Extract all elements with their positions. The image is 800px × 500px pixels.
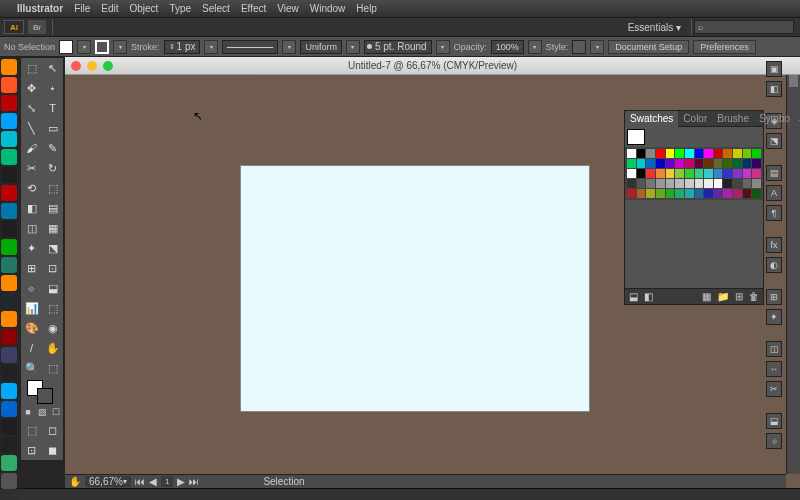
tool-14[interactable]: ◧ xyxy=(21,198,42,218)
swatch-41[interactable] xyxy=(752,169,761,178)
swatch-8[interactable] xyxy=(704,149,713,158)
panel-icon-7[interactable]: A xyxy=(766,185,782,201)
panel-icon-6[interactable]: ▤ xyxy=(766,165,782,181)
menu-effect[interactable]: Effect xyxy=(241,3,266,14)
swatch-kind-icon[interactable]: ◧ xyxy=(644,291,653,302)
panel-collapse-icon[interactable]: » xyxy=(795,113,800,124)
scroll-thumb[interactable] xyxy=(789,75,798,87)
artboard[interactable] xyxy=(240,165,590,412)
dock-app-15[interactable] xyxy=(1,329,17,345)
color-mode-1[interactable]: ▨ xyxy=(35,404,49,420)
dock-app-23[interactable] xyxy=(1,473,17,489)
swatch-11[interactable] xyxy=(733,149,742,158)
swatch-54[interactable] xyxy=(743,179,752,188)
menu-help[interactable]: Help xyxy=(356,3,377,14)
swatch-28[interactable] xyxy=(627,169,636,178)
dock-app-22[interactable] xyxy=(1,455,17,471)
color-mode-2[interactable]: ☐ xyxy=(49,404,63,420)
panel-icon-10[interactable]: fx xyxy=(766,237,782,253)
tool-29[interactable]: ✋ xyxy=(42,338,63,358)
search-input[interactable]: ⌕ xyxy=(694,20,794,34)
panel-icon-0[interactable]: ▣ xyxy=(766,61,782,77)
swatch-12[interactable] xyxy=(743,149,752,158)
swatch-25[interactable] xyxy=(733,159,742,168)
nav-next-icon[interactable]: ▶ xyxy=(177,476,185,487)
swatch-60[interactable] xyxy=(666,189,675,198)
swatch-52[interactable] xyxy=(723,179,732,188)
panel-icon-20[interactable]: ⬓ xyxy=(766,413,782,429)
dock-app-9[interactable] xyxy=(1,221,17,237)
nav-last-icon[interactable]: ⏭ xyxy=(189,476,199,487)
swatch-34[interactable] xyxy=(685,169,694,178)
swatch-49[interactable] xyxy=(695,179,704,188)
style-swatch[interactable] xyxy=(572,40,586,54)
fill-dropdown[interactable]: ▾ xyxy=(77,40,91,54)
swatch-50[interactable] xyxy=(704,179,713,188)
zoom-field[interactable]: 66,67% ▾ xyxy=(85,476,131,487)
tool-20[interactable]: ⊞ xyxy=(21,258,42,278)
swatch-68[interactable] xyxy=(743,189,752,198)
screen-mode-3[interactable]: ◼ xyxy=(42,440,63,460)
tool-31[interactable]: ⬚ xyxy=(42,358,63,378)
tool-10[interactable]: ✂ xyxy=(21,158,42,178)
screen-mode-0[interactable]: ⬚ xyxy=(21,420,42,440)
tab-swatches[interactable]: Swatches xyxy=(625,111,678,127)
screen-mode-1[interactable]: ◻ xyxy=(42,420,63,440)
dock-app-13[interactable] xyxy=(1,293,17,309)
tool-28[interactable]: / xyxy=(21,338,42,358)
swatch-48[interactable] xyxy=(685,179,694,188)
document-setup-button[interactable]: Document Setup xyxy=(608,40,689,54)
swatch-42[interactable] xyxy=(627,179,636,188)
swatch-3[interactable] xyxy=(656,149,665,158)
swatch-62[interactable] xyxy=(685,189,694,198)
menu-select[interactable]: Select xyxy=(202,3,230,14)
stroke-profile-dropdown[interactable]: ▾ xyxy=(282,40,296,54)
swatch-45[interactable] xyxy=(656,179,665,188)
swatch-18[interactable] xyxy=(666,159,675,168)
menu-file[interactable]: File xyxy=(74,3,90,14)
swatch-61[interactable] xyxy=(675,189,684,198)
new-group-icon[interactable]: 📁 xyxy=(717,291,729,302)
fill-stroke-control[interactable] xyxy=(21,378,63,404)
dock-app-18[interactable] xyxy=(1,383,17,399)
swatch-26[interactable] xyxy=(743,159,752,168)
swatch-32[interactable] xyxy=(666,169,675,178)
new-swatch-icon[interactable]: ⊞ xyxy=(735,291,743,302)
swatch-46[interactable] xyxy=(666,179,675,188)
tool-7[interactable]: ▭ xyxy=(42,118,63,138)
tool-19[interactable]: ⬔ xyxy=(42,238,63,258)
tool-21[interactable]: ⊡ xyxy=(42,258,63,278)
swatch-40[interactable] xyxy=(743,169,752,178)
dock-app-5[interactable] xyxy=(1,149,17,165)
tool-0[interactable]: ⬚ xyxy=(21,58,42,78)
swatch-66[interactable] xyxy=(723,189,732,198)
tool-12[interactable]: ⟲ xyxy=(21,178,42,198)
swatch-69[interactable] xyxy=(752,189,761,198)
tool-8[interactable]: 🖌 xyxy=(21,138,42,158)
swatch-lib-icon[interactable]: ⬓ xyxy=(629,291,638,302)
tab-symbols[interactable]: Symbo xyxy=(754,111,795,127)
panel-icon-21[interactable]: ⟐ xyxy=(766,433,782,449)
swatch-opts-icon[interactable]: ▦ xyxy=(702,291,711,302)
menu-edit[interactable]: Edit xyxy=(101,3,118,14)
dock-app-16[interactable] xyxy=(1,347,17,363)
tool-6[interactable]: ╲ xyxy=(21,118,42,138)
swatch-36[interactable] xyxy=(704,169,713,178)
dock-app-4[interactable] xyxy=(1,131,17,147)
tool-13[interactable]: ⬚ xyxy=(42,178,63,198)
swatch-55[interactable] xyxy=(752,179,761,188)
dock-app-14[interactable] xyxy=(1,311,17,327)
panel-icon-18[interactable]: ✂ xyxy=(766,381,782,397)
swatch-19[interactable] xyxy=(675,159,684,168)
swatch-24[interactable] xyxy=(723,159,732,168)
swatch-37[interactable] xyxy=(714,169,723,178)
tool-30[interactable]: 🔍 xyxy=(21,358,42,378)
swatch-16[interactable] xyxy=(646,159,655,168)
tool-24[interactable]: 📊 xyxy=(21,298,42,318)
panel-icon-16[interactable]: ◫ xyxy=(766,341,782,357)
tool-27[interactable]: ◉ xyxy=(42,318,63,338)
swatch-21[interactable] xyxy=(695,159,704,168)
tool-17[interactable]: ▦ xyxy=(42,218,63,238)
tool-18[interactable]: ✦ xyxy=(21,238,42,258)
tool-1[interactable]: ↖ xyxy=(42,58,63,78)
